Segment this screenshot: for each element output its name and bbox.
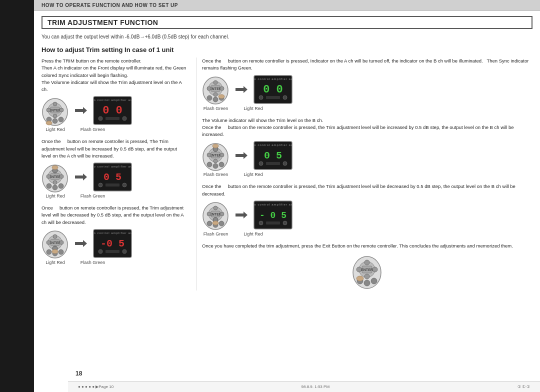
- right-step2-text: The Volume indicator will show the Trim …: [202, 117, 532, 138]
- left-step1: Press the TRIM button on the remote cont…: [42, 58, 186, 132]
- amp-display-r3: stereo control amplifier av-7e2 - 0 5: [254, 200, 292, 230]
- footer-right: ① ① ①: [518, 384, 530, 389]
- svg-point-73: [259, 96, 263, 100]
- caption-flash-green-r1: Flash Green: [202, 106, 230, 111]
- caption-flash-green-1: Flash Green: [79, 127, 106, 132]
- section-heading: How to adjust Trim setting In case of 1 …: [42, 46, 532, 54]
- remote-control-r1: ENTER: [202, 76, 230, 103]
- main-content: HOW TO OPERATE FUNCTION AND HOW TO SET U…: [34, 0, 540, 392]
- svg-point-118: [356, 267, 362, 272]
- arrow-1: [74, 106, 88, 116]
- svg-point-81: [220, 153, 224, 157]
- svg-text:stereo control amplifier av-7e: stereo control amplifier av-7e2: [254, 203, 292, 206]
- caption-light-red-r3: Light Red: [240, 232, 267, 236]
- svg-marker-107: [236, 212, 248, 218]
- svg-point-123: [364, 280, 370, 286]
- svg-point-86: [219, 162, 224, 167]
- remote-svg-3: ENTER: [42, 230, 69, 260]
- remote-svg-r3: ENTER: [202, 201, 230, 231]
- svg-point-106: [212, 221, 218, 225]
- left-step3-caption: Light Red Flash Green: [42, 260, 186, 265]
- svg-point-11: [46, 121, 52, 125]
- svg-text:0 0: 0 0: [102, 104, 122, 117]
- svg-point-99: [207, 212, 211, 216]
- right-step3-illustration: ENTER: [202, 200, 532, 230]
- footer-center-date: 98.8.9. 1:53 PM: [302, 384, 330, 389]
- svg-point-87: [212, 144, 218, 148]
- svg-text:stereo control amplifier av-7e: stereo control amplifier av-7e2: [93, 98, 132, 102]
- content-body: TRIM ADJUSTMENT FUNCTION You can adjust …: [34, 11, 540, 302]
- right-step3-caption: Flash Green Light Red: [202, 232, 532, 236]
- left-step2: Once the button on remote controller is …: [42, 138, 186, 198]
- svg-text:-0 5: -0 5: [100, 238, 124, 250]
- svg-point-80: [207, 153, 211, 157]
- svg-point-63: [214, 80, 218, 84]
- left-step1-illustration: ENTER: [42, 96, 186, 125]
- footer-bar: ● ● ● ● ● ▶Page 10 98.8.9. 1:53 PM ① ① ①: [68, 381, 540, 392]
- svg-point-105: [219, 221, 224, 226]
- svg-point-48: [58, 250, 64, 254]
- amp-display-1: stereo control amplifier av-7e2 0 0: [93, 96, 132, 125]
- svg-text:stereo control amplifier av-7e: stereo control amplifier av-7e2: [254, 78, 292, 80]
- svg-text:ENTER: ENTER: [210, 212, 222, 216]
- caption-light-red-3: Light Red: [42, 260, 69, 265]
- header-title: HOW TO OPERATE FUNCTION AND HOW TO SET U…: [42, 2, 178, 8]
- svg-point-74: [283, 96, 287, 100]
- final-remote-illustration: ENTER: [202, 254, 532, 290]
- svg-rect-94: [266, 162, 280, 165]
- svg-text:stereo control amplifier av-7e: stereo control amplifier av-7e2: [93, 232, 132, 234]
- svg-point-27: [46, 184, 52, 188]
- arrow-r1: [234, 84, 248, 94]
- amp-display-r2: stereo control amplifier av-7e2 0 5: [254, 141, 292, 170]
- svg-point-43: [60, 240, 64, 244]
- right-column: Once the button on remote controller is …: [196, 58, 532, 296]
- amp-svg-1: stereo control amplifier av-7e2 0 0: [93, 96, 132, 125]
- arrow-r3: [234, 210, 248, 220]
- right-step1-caption: Flash Green Light Red: [202, 106, 532, 111]
- svg-text:ENTER: ENTER: [210, 154, 222, 157]
- svg-point-9: [52, 118, 58, 124]
- svg-text:ENTER: ENTER: [361, 268, 373, 272]
- amp-svg-r3: stereo control amplifier av-7e2 - 0 5: [254, 200, 292, 230]
- svg-point-10: [58, 117, 64, 122]
- svg-text:ENTER: ENTER: [49, 175, 61, 178]
- left-step2-text: Once the button on remote controller is …: [42, 138, 186, 160]
- amp-svg-2: stereo control amplifier av-7e2 0 5: [93, 162, 132, 192]
- svg-point-125: [356, 276, 364, 281]
- caption-light-red-r1: Light Red: [240, 106, 267, 111]
- svg-text:0 5: 0 5: [104, 172, 122, 183]
- footer-left: ● ● ● ● ● ▶Page 10: [78, 384, 114, 389]
- remote-control-r3: ENTER: [202, 201, 230, 228]
- amp-svg-3: stereo control amplifier av-7e2 -0 5: [93, 229, 132, 258]
- amp-display-2: stereo control amplifier av-7e2 0 5: [93, 162, 132, 192]
- svg-text:- 0 5: - 0 5: [260, 210, 286, 220]
- remote-control-1: ENTER: [42, 97, 69, 124]
- page-wrapper: HOW TO OPERATE FUNCTION AND HOW TO SET U…: [0, 0, 540, 392]
- svg-point-124: [371, 278, 377, 284]
- amp-svg-r2: stereo control amplifier av-7e2 0 5: [254, 141, 292, 170]
- svg-point-100: [220, 212, 224, 216]
- amp-display-r1: stereo control amplifier av-7e2 0 0: [254, 75, 292, 104]
- svg-point-29: [58, 184, 64, 188]
- final-remote-svg: ENTER: [351, 254, 384, 290]
- left-sidebar: [0, 0, 34, 392]
- svg-point-42: [46, 240, 50, 244]
- svg-point-17: [122, 116, 126, 120]
- caption-light-red-1: Light Red: [42, 127, 69, 132]
- title-text: TRIM ADJUSTMENT FUNCTION: [48, 18, 158, 26]
- right-step1: Once the button on remote controller is …: [202, 58, 532, 111]
- right-step3-text: Once the button on the remote controller…: [202, 183, 532, 198]
- svg-marker-12: [75, 107, 87, 114]
- header-bar: HOW TO OPERATE FUNCTION AND HOW TO SET U…: [34, 0, 540, 11]
- svg-marker-69: [236, 86, 248, 93]
- left-step3: Once button on remote controller is pres…: [42, 204, 186, 265]
- svg-point-49: [52, 250, 58, 254]
- amp-svg-r1: stereo control amplifier av-7e2 0 0: [254, 75, 292, 104]
- svg-point-119: [372, 267, 378, 272]
- left-step3-text: Once button on remote controller is pres…: [42, 204, 186, 226]
- left-step1-text: Press the TRIM button on the remote cont…: [42, 58, 186, 93]
- right-step1-illustration: ENTER: [202, 75, 532, 104]
- right-final-text: Once you have completed the trim adjustm…: [202, 242, 532, 250]
- svg-point-4: [46, 108, 50, 112]
- svg-rect-56: [106, 250, 120, 253]
